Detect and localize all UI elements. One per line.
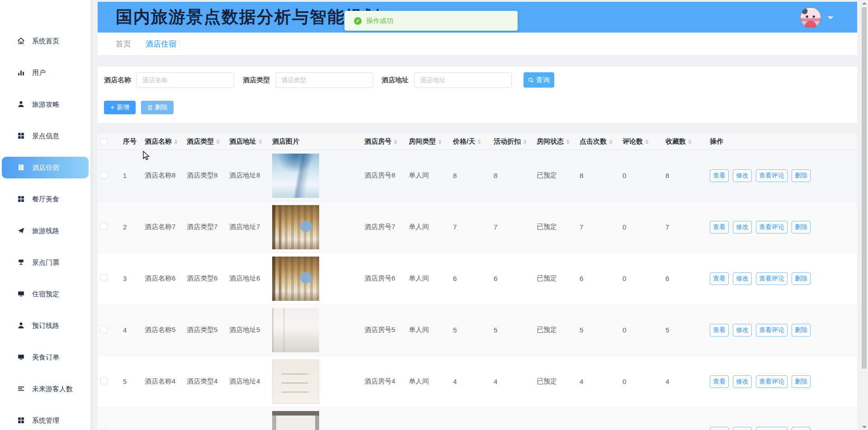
hotel-type-input[interactable] bbox=[275, 72, 373, 88]
row-checkbox[interactable] bbox=[100, 171, 108, 178]
sort-carets-icon[interactable] bbox=[523, 140, 527, 144]
scrollbar-thumb[interactable] bbox=[862, 7, 867, 369]
view-comments-button[interactable]: 查看评论 bbox=[756, 272, 788, 285]
sidebar-item-attractions[interactable]: 景点信息 bbox=[2, 125, 89, 147]
view-comments-button[interactable]: 查看评论 bbox=[756, 169, 788, 182]
view-comments-button[interactable]: 查看评论 bbox=[756, 375, 788, 388]
view-button[interactable]: 查看 bbox=[710, 427, 729, 430]
edit-button[interactable]: 修改 bbox=[733, 324, 752, 337]
view-button[interactable]: 查看 bbox=[710, 324, 729, 337]
col-room-no[interactable]: 酒店房号 bbox=[362, 137, 406, 146]
scroll-down-icon[interactable] bbox=[862, 426, 867, 428]
hotel-image bbox=[272, 257, 319, 301]
sidebar-item-hotel[interactable]: 酒店住宿 bbox=[2, 157, 89, 178]
cell-room-type: 单人间 bbox=[406, 377, 450, 386]
cell-hotel-type: 酒店类型5 bbox=[184, 326, 226, 334]
scroll-up-icon[interactable] bbox=[862, 2, 867, 5]
sort-carets-icon[interactable] bbox=[609, 140, 613, 144]
sidebar-item-lodging-booking[interactable]: 住宿预定 bbox=[2, 283, 89, 305]
col-discount[interactable]: 活动折扣 bbox=[491, 137, 534, 146]
hotel-image bbox=[272, 154, 319, 198]
sidebar-item-tickets[interactable]: 景点门票 bbox=[2, 252, 89, 273]
sidebar-item-travel-guides[interactable]: 旅游攻略 bbox=[2, 93, 89, 115]
cell-favorites: 4 bbox=[663, 378, 707, 385]
cell-hotel-name: 酒店名称5 bbox=[142, 326, 184, 334]
col-comments[interactable]: 评论数 bbox=[620, 137, 663, 146]
user-menu[interactable] bbox=[800, 7, 834, 28]
success-toast: ✓ 操作成功 bbox=[344, 11, 518, 31]
col-status[interactable]: 房间状态 bbox=[534, 137, 577, 146]
view-button[interactable]: 查看 bbox=[710, 221, 729, 234]
sidebar-item-users[interactable]: 用户 bbox=[2, 62, 89, 84]
sidebar-item-future-visitors[interactable]: 未来游客人数 bbox=[2, 378, 89, 400]
sidebar-item-route-booking[interactable]: 预订线路 bbox=[2, 315, 89, 337]
edit-button[interactable]: 修改 bbox=[733, 221, 752, 234]
cell-price: 5 bbox=[450, 326, 491, 334]
edit-button[interactable]: 修改 bbox=[733, 272, 752, 285]
cell-comments: 0 bbox=[620, 378, 663, 385]
view-button[interactable]: 查看 bbox=[710, 272, 729, 285]
sort-carets-icon[interactable] bbox=[477, 140, 481, 144]
cell-room-no: 酒店房号5 bbox=[362, 326, 406, 334]
row-checkbox[interactable] bbox=[100, 274, 108, 281]
cell-hotel-type: 酒店类型7 bbox=[184, 223, 226, 231]
edit-button[interactable]: 修改 bbox=[733, 169, 752, 182]
check-circle-icon: ✓ bbox=[354, 17, 362, 25]
col-hotel-name[interactable]: 酒店名称 bbox=[142, 137, 184, 146]
view-comments-button[interactable]: 查看评论 bbox=[756, 427, 788, 430]
sort-carets-icon[interactable] bbox=[174, 140, 178, 144]
select-all-checkbox[interactable] bbox=[100, 138, 108, 145]
sidebar-item-routes[interactable]: 旅游线路 bbox=[2, 220, 89, 242]
sort-carets-icon[interactable] bbox=[688, 140, 692, 144]
sidebar-item-restaurants[interactable]: 餐厅美食 bbox=[2, 188, 89, 210]
edit-button[interactable]: 修改 bbox=[733, 427, 752, 430]
delete-button[interactable]: 删除 bbox=[141, 101, 174, 114]
edit-button[interactable]: 修改 bbox=[733, 375, 752, 388]
avatar[interactable] bbox=[800, 7, 821, 28]
view-button[interactable]: 查看 bbox=[710, 169, 729, 182]
table-row: 1 酒店名称8 酒店类型8 酒店地址8 酒店房号8 单人间 8 8 已预定 8 … bbox=[98, 150, 857, 201]
hotel-name-input[interactable] bbox=[137, 72, 234, 88]
row-checkbox[interactable] bbox=[100, 377, 108, 384]
toast-message: 操作成功 bbox=[366, 17, 393, 25]
row-checkbox[interactable] bbox=[100, 326, 108, 333]
sort-carets-icon[interactable] bbox=[216, 140, 220, 144]
tab-hotel[interactable]: 酒店住宿 bbox=[146, 39, 176, 49]
cell-status: 已预定 bbox=[534, 223, 577, 231]
table-header-row: 序号 酒店名称 酒店类型 酒店地址 酒店图片 酒店房号 房间类型 价格/天 活动… bbox=[98, 134, 857, 150]
sidebar-item-food-orders[interactable]: 美食订单 bbox=[2, 346, 89, 368]
sort-carets-icon[interactable] bbox=[259, 140, 262, 144]
view-button[interactable]: 查看 bbox=[710, 375, 729, 388]
cell-price: 4 bbox=[450, 378, 491, 385]
row-delete-button[interactable]: 删除 bbox=[792, 272, 811, 285]
cell-actions: 查看 修改 查看评论 删除 bbox=[707, 169, 857, 182]
col-price[interactable]: 价格/天 bbox=[450, 137, 491, 146]
sort-carets-icon[interactable] bbox=[394, 140, 397, 144]
sort-carets-icon[interactable] bbox=[645, 140, 649, 144]
row-delete-button[interactable]: 删除 bbox=[792, 221, 811, 234]
col-hotel-address[interactable]: 酒店地址 bbox=[226, 137, 269, 146]
row-delete-button[interactable]: 删除 bbox=[792, 427, 811, 430]
row-delete-button[interactable]: 删除 bbox=[792, 324, 811, 337]
row-delete-button[interactable]: 删除 bbox=[792, 169, 811, 182]
row-checkbox[interactable] bbox=[100, 223, 108, 230]
sort-carets-icon[interactable] bbox=[566, 140, 570, 144]
hotel-address-input[interactable] bbox=[414, 72, 512, 88]
sort-carets-icon[interactable] bbox=[438, 140, 442, 144]
table-row: 查看 修改 查看评论 删除 bbox=[98, 407, 857, 430]
sidebar-item-system-admin[interactable]: 系统管理 bbox=[2, 410, 89, 430]
vertical-scrollbar[interactable] bbox=[860, 0, 868, 430]
view-comments-button[interactable]: 查看评论 bbox=[756, 221, 788, 234]
cell-actions: 查看 修改 查看评论 删除 bbox=[707, 324, 857, 337]
col-favorites[interactable]: 收藏数 bbox=[663, 137, 707, 146]
col-clicks[interactable]: 点击次数 bbox=[577, 137, 620, 146]
tab-home[interactable]: 首页 bbox=[116, 39, 131, 49]
view-comments-button[interactable]: 查看评论 bbox=[756, 324, 788, 337]
col-hotel-type[interactable]: 酒店类型 bbox=[184, 137, 226, 146]
chevron-down-icon[interactable] bbox=[827, 16, 834, 19]
sidebar-item-system-home[interactable]: 系统首页 bbox=[2, 30, 89, 52]
col-room-type[interactable]: 房间类型 bbox=[406, 137, 450, 146]
row-delete-button[interactable]: 删除 bbox=[792, 375, 811, 388]
query-button[interactable]: 查询 bbox=[524, 72, 554, 88]
add-button[interactable]: + 新增 bbox=[104, 101, 136, 114]
